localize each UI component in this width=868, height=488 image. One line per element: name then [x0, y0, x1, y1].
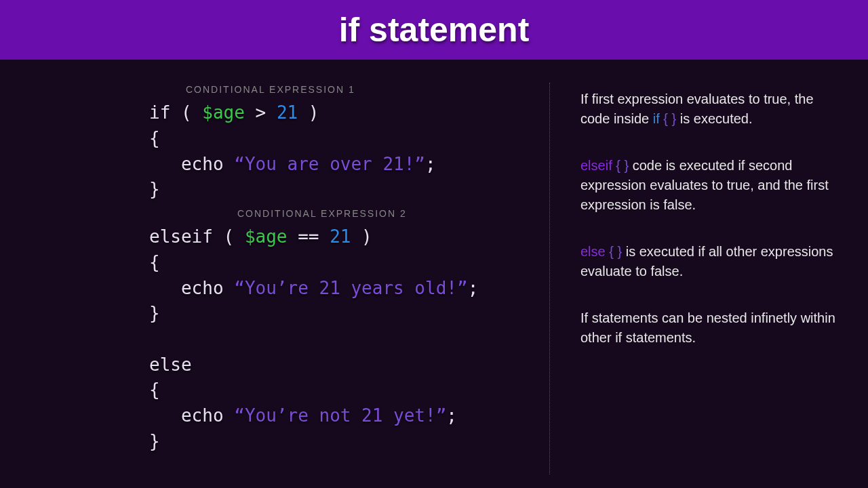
keyword-if-inline: if	[653, 111, 660, 126]
label-conditional-1: CONDITIONAL EXPRESSION 1	[186, 83, 536, 96]
title-bar: if statement	[0, 0, 868, 60]
variable-age: $age	[202, 102, 245, 123]
keyword-elseif: elseif	[149, 226, 213, 247]
explain-if: If first expression evaluates to true, t…	[580, 89, 841, 129]
string-literal: “You are over 21!”	[234, 154, 425, 174]
label-conditional-2: CONDITIONAL EXPRESSION 2	[237, 207, 536, 220]
page-title: if statement	[339, 10, 530, 49]
explain-elseif: elseif { } code is executed if second ex…	[580, 156, 841, 215]
explain-else: else { } is executed if all other expres…	[580, 242, 841, 281]
code-column: CONDITIONAL EXPRESSION 1 if ( $age > 21 …	[0, 60, 549, 488]
variable-age: $age	[245, 226, 288, 247]
string-literal: “You’re 21 years old!”	[234, 278, 467, 298]
vertical-divider	[549, 83, 550, 474]
explanation-column: If first expression evaluates to true, t…	[549, 60, 868, 488]
keyword-elseif-inline: elseif	[580, 158, 612, 173]
content-area: CONDITIONAL EXPRESSION 1 if ( $age > 21 …	[0, 60, 868, 488]
keyword-echo: echo	[181, 405, 224, 426]
keyword-else-inline: else	[580, 244, 606, 259]
number-literal: 21	[277, 102, 298, 123]
number-literal: 21	[330, 226, 351, 247]
code-block-if: if ( $age > 21 ) { echo “You are over 21…	[149, 100, 536, 203]
explain-nesting: If statements can be nested infinetly wi…	[580, 308, 841, 348]
code-block-elseif: elseif ( $age == 21 ) { echo “You’re 21 …	[149, 224, 536, 454]
keyword-else: else	[149, 354, 192, 375]
keyword-if: if	[149, 102, 170, 123]
keyword-echo: echo	[181, 278, 224, 298]
keyword-echo: echo	[181, 154, 224, 174]
string-literal: “You’re not 21 yet!”	[234, 405, 446, 426]
